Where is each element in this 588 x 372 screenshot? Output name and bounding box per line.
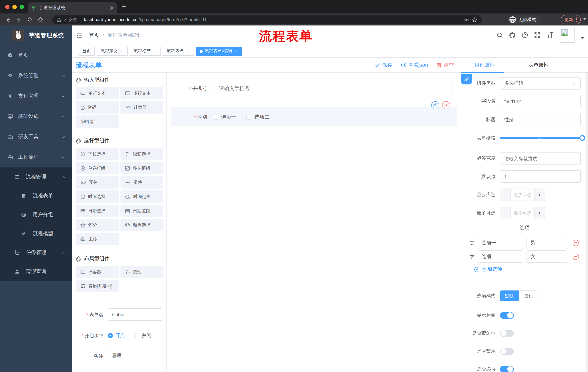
palette-item-switch[interactable]: 开关 <box>76 176 119 189</box>
window-maximize-button[interactable] <box>20 5 24 9</box>
palette-item-button[interactable]: 按钮 <box>120 266 163 278</box>
style-default-button[interactable]: 默认 <box>500 290 519 301</box>
palette-item-color-picker[interactable]: 颜色选择 <box>120 219 163 231</box>
remove-option-button[interactable]: − <box>573 240 579 246</box>
option1-label-input[interactable] <box>478 237 523 249</box>
tag-close-icon[interactable]: × <box>186 49 190 53</box>
sidebar-item-process-form[interactable]: 流程表单 <box>0 186 72 205</box>
window-close-button[interactable] <box>5 5 10 9</box>
sidebar-logo[interactable]: 芋道管理系统 <box>0 25 72 45</box>
view-json-button[interactable]: 查看json <box>401 62 428 68</box>
increase-button[interactable]: + <box>534 207 545 219</box>
palette-item-table[interactable]: 表格[开发中] <box>76 280 119 292</box>
field-name-input[interactable] <box>500 95 581 107</box>
reload-icon[interactable] <box>27 17 32 22</box>
tag-close-icon[interactable]: × <box>234 49 238 53</box>
browser-tab[interactable]: 芋道管理系统 <box>28 2 117 13</box>
palette-item-multi-text[interactable]: 多行文本 <box>120 87 163 99</box>
decrease-button[interactable]: − <box>500 189 511 201</box>
tag-close-icon[interactable]: × <box>153 49 157 53</box>
palette-item-counter[interactable]: 123 计数器 <box>120 101 163 114</box>
delete-field-button[interactable] <box>442 101 450 109</box>
disabled-toggle[interactable] <box>500 348 514 355</box>
tag-process-form-edit[interactable]: 流程表单-编辑× <box>196 47 242 55</box>
title-input[interactable] <box>500 114 581 126</box>
option2-label-input[interactable] <box>478 250 523 263</box>
sidebar-item-task-mgmt[interactable]: 任务管理 <box>0 243 72 262</box>
update-label[interactable]: 更新 <box>564 17 573 23</box>
help-icon[interactable] <box>522 32 528 38</box>
status-closed-radio[interactable]: 关闭 <box>134 332 151 339</box>
style-button-button[interactable]: 按钮 <box>519 290 538 301</box>
tag-home[interactable]: 首页 <box>79 47 94 55</box>
show-label-toggle[interactable] <box>500 312 514 319</box>
palette-item-time-range[interactable]: 时间范围 <box>120 190 163 203</box>
tab-close-icon[interactable] <box>110 6 114 10</box>
drag-handle-icon[interactable] <box>469 254 474 259</box>
palette-item-row-container[interactable]: 行容器 <box>76 266 119 278</box>
gender-option1-checkbox[interactable]: 选项一 <box>213 114 236 120</box>
bookmark-star-icon[interactable] <box>472 17 477 22</box>
palette-item-slider[interactable]: 滑块 <box>120 176 163 189</box>
fullscreen-icon[interactable] <box>534 32 540 38</box>
option1-value-input[interactable] <box>526 237 567 249</box>
form-grid-slider[interactable] <box>500 132 582 144</box>
drag-handle-icon[interactable] <box>469 240 474 245</box>
palette-item-select[interactable]: 下拉选择 <box>76 148 119 160</box>
gender-option2-checkbox[interactable]: 选项二 <box>246 114 270 120</box>
security-label[interactable]: 不安全 <box>64 17 77 23</box>
slider-handle[interactable] <box>579 135 585 141</box>
browser-update-button[interactable]: 更新 <box>561 15 581 24</box>
toolbar-caret-icon[interactable] <box>583 18 586 20</box>
status-open-radio[interactable]: 开启 <box>108 332 125 339</box>
palette-item-checkbox-group[interactable]: 多选框组 <box>120 162 163 174</box>
palette-item-rate[interactable]: 评分 <box>76 219 119 231</box>
search-icon[interactable] <box>497 32 503 38</box>
palette-item-editor[interactable]: 编辑器 <box>76 115 119 128</box>
sidebar-item-infra[interactable]: 基础设施 <box>0 106 72 127</box>
remove-option-button[interactable]: − <box>573 254 579 260</box>
sidebar-item-leave-query[interactable]: 请假查询 <box>0 262 72 281</box>
font-size-icon[interactable] <box>546 32 554 38</box>
tag-process-form[interactable]: 流程表单× <box>163 47 194 55</box>
sidebar-item-process-model[interactable]: 流程模型 <box>0 224 72 243</box>
sidebar-item-payment[interactable]: ¥ 支付管理 <box>0 86 72 106</box>
copy-field-button[interactable] <box>431 101 439 109</box>
breadcrumb-home[interactable]: 首页 <box>89 32 99 38</box>
border-toggle[interactable] <box>500 329 514 337</box>
url-path[interactable]: /bpm/manager/form/edit?formId=11 <box>139 17 207 22</box>
palette-item-password[interactable]: 密码 <box>76 101 119 114</box>
new-tab-icon[interactable] <box>122 4 126 9</box>
option2-value-input[interactable] <box>526 250 567 263</box>
palette-item-date-range[interactable]: 日期范围 <box>120 205 163 217</box>
palette-item-cascader[interactable]: 级联选择 <box>120 148 163 160</box>
palette-item-date-picker[interactable]: 日期选择 <box>76 205 119 217</box>
save-button[interactable]: 保存 <box>375 62 392 68</box>
max-select-input[interactable]: 最多可选 <box>511 207 534 219</box>
tag-process-definition[interactable]: 流程定义× <box>97 47 128 55</box>
design-canvas[interactable]: * 手机号 * 性别 <box>167 73 461 372</box>
phone-field-input[interactable] <box>214 82 452 95</box>
min-select-input[interactable]: 至少应选 <box>511 189 534 201</box>
clear-button[interactable]: 清空 <box>437 62 454 68</box>
tag-process-model[interactable]: 流程模型× <box>130 47 161 55</box>
tag-close-icon[interactable]: × <box>120 49 124 53</box>
url-host[interactable]: dashboard.yudao.iocoder.cn <box>83 17 137 22</box>
label-width-input[interactable] <box>500 152 581 165</box>
palette-item-radio-group[interactable]: 单选框组 <box>76 162 119 174</box>
required-toggle[interactable] <box>500 366 514 372</box>
sidebar-item-system[interactable]: 系统管理 <box>0 65 72 86</box>
component-type-select[interactable]: 多选框组 <box>500 77 581 90</box>
github-icon[interactable] <box>509 32 515 38</box>
form-remark-textarea[interactable]: 嘿嘿 <box>108 350 162 372</box>
sidebar-item-devtools[interactable]: 研发工具 <box>0 127 72 147</box>
palette-item-time-picker[interactable]: 时间选择 <box>76 190 119 203</box>
sidebar-item-workflow[interactable]: 工作流程 <box>0 147 72 167</box>
avatar-caret-icon[interactable] <box>581 37 584 39</box>
sidebar-item-home[interactable]: 首页 <box>0 45 72 65</box>
sidebar-item-process-mgmt[interactable]: 流程管理 <box>0 167 72 186</box>
collapse-menu-icon[interactable] <box>76 32 83 38</box>
tab-form-props[interactable]: 表单属性 <box>528 57 549 73</box>
tab-component-props[interactable]: 组件属性 <box>474 57 495 73</box>
add-option-button[interactable]: 添加选项 <box>474 265 503 274</box>
